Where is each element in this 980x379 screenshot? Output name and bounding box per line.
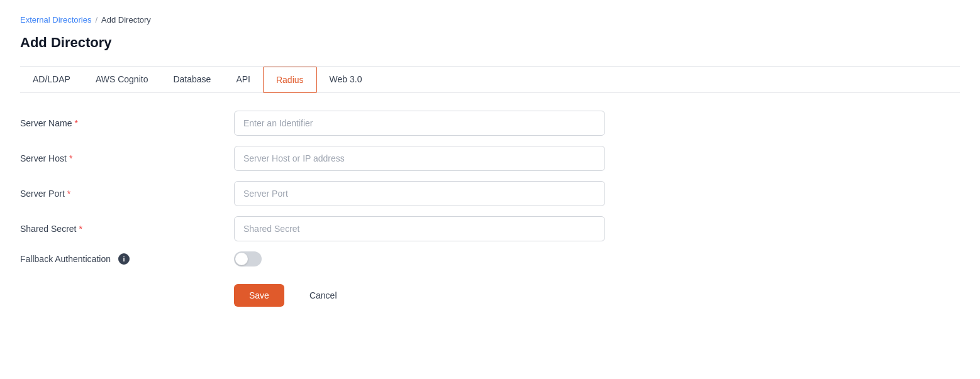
- toggle-slider: [234, 251, 262, 266]
- tab-api[interactable]: API: [223, 67, 263, 93]
- breadcrumb-separator: /: [95, 15, 97, 25]
- page-container: External Directories / Add Directory Add…: [0, 0, 980, 322]
- cancel-button[interactable]: Cancel: [294, 284, 352, 307]
- server-name-row: Server Name *: [20, 111, 712, 136]
- server-port-row: Server Port *: [20, 181, 712, 206]
- server-port-label: Server Port *: [20, 189, 234, 199]
- shared-secret-row: Shared Secret *: [20, 216, 712, 241]
- server-host-label: Server Host *: [20, 153, 234, 163]
- shared-secret-input[interactable]: [234, 216, 605, 241]
- shared-secret-required: *: [79, 224, 82, 234]
- tab-adldap[interactable]: AD/LDAP: [20, 67, 83, 93]
- server-host-required: *: [69, 153, 72, 163]
- server-host-input[interactable]: [234, 146, 605, 171]
- save-button[interactable]: Save: [234, 284, 284, 307]
- server-name-label: Server Name *: [20, 118, 234, 128]
- server-port-required: *: [67, 189, 70, 199]
- tab-radius[interactable]: Radius: [263, 67, 317, 93]
- fallback-auth-toggle[interactable]: [234, 251, 262, 266]
- shared-secret-label: Shared Secret *: [20, 224, 234, 234]
- fallback-auth-row: Fallback Authentication i: [20, 251, 712, 266]
- form-container: Server Name * Server Host * Server Port …: [20, 111, 712, 307]
- breadcrumb-link[interactable]: External Directories: [20, 15, 91, 25]
- tab-database[interactable]: Database: [160, 67, 223, 93]
- tab-awscognito[interactable]: AWS Cognito: [83, 67, 161, 93]
- tabs-container: AD/LDAP AWS Cognito Database API Radius …: [20, 67, 960, 93]
- tab-web3[interactable]: Web 3.0: [317, 67, 375, 93]
- server-port-input[interactable]: [234, 181, 605, 206]
- fallback-auth-label: Fallback Authentication i: [20, 253, 234, 265]
- fallback-auth-info-icon[interactable]: i: [118, 253, 130, 265]
- server-name-required: *: [74, 118, 77, 128]
- fallback-auth-toggle-container: [234, 251, 262, 266]
- server-host-row: Server Host *: [20, 146, 712, 171]
- page-title: Add Directory: [20, 35, 960, 51]
- breadcrumb-current: Add Directory: [101, 15, 151, 25]
- server-name-input[interactable]: [234, 111, 605, 136]
- buttons-row: Save Cancel: [20, 284, 712, 307]
- breadcrumb: External Directories / Add Directory: [20, 15, 960, 25]
